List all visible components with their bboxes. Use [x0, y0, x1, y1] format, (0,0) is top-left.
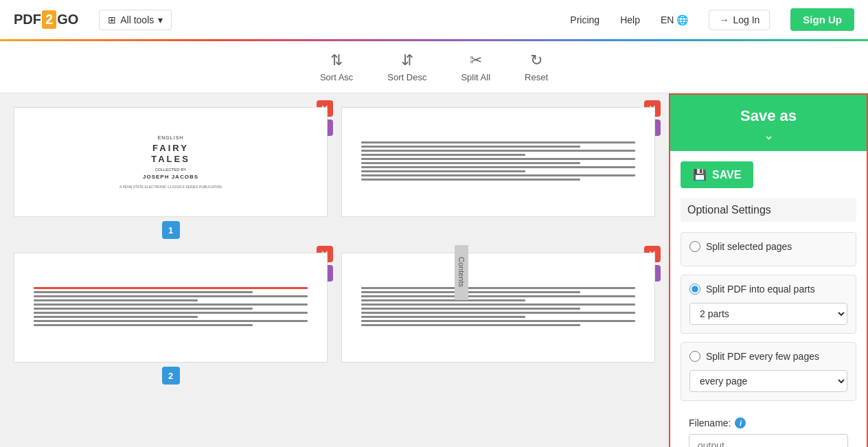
page-item-2: ✕ ✂	[341, 107, 655, 239]
save-button[interactable]: 💾 SAVE	[681, 161, 753, 188]
all-tools-button[interactable]: ⊞ All tools ▾	[99, 10, 172, 30]
reset-button[interactable]: ↻ Reset	[525, 51, 548, 82]
filename-input[interactable]	[689, 434, 848, 447]
header: PDF 2 GO ⊞ All tools ▾ Pricing Help EN 🌐…	[0, 0, 868, 41]
sort-desc-button[interactable]: ⇵ Sort Desc	[387, 51, 426, 82]
save-button-label: SAVE	[712, 169, 741, 181]
page-item-1: ✕ ✂ ENGLISH FAIRYTALES COLLECTED BY JOSE…	[14, 107, 328, 239]
signup-button[interactable]: Sign Up	[790, 8, 854, 31]
page-item-3: ✕ ✂	[14, 253, 328, 385]
option2-radio[interactable]	[689, 284, 700, 295]
login-label: Log In	[733, 14, 760, 25]
filename-text: Filename:	[689, 417, 731, 428]
option-equal-parts: Split PDF into equal parts 2 parts 3 par…	[681, 275, 856, 334]
page-thumb-1: ENGLISH FAIRYTALES COLLECTED BY JOSEPH J…	[14, 107, 328, 217]
scissors-icon: ✂	[470, 51, 482, 69]
language-selector[interactable]: EN 🌐	[661, 14, 688, 25]
save-as-header[interactable]: Save as ⌄	[670, 95, 867, 151]
page-number-1: 1	[162, 221, 180, 239]
chevron-down-icon: ▾	[158, 14, 163, 25]
logo-pdf-text: PDF	[14, 12, 41, 27]
split-all-button[interactable]: ✂ Split All	[461, 51, 490, 82]
page-thumb-4	[341, 253, 655, 363]
option-every-few-pages: Split PDF every few pages every page eve…	[681, 342, 856, 401]
option1-label: Split selected pages	[706, 241, 792, 252]
page-2-content	[358, 138, 639, 186]
equal-parts-select[interactable]: 2 parts 3 parts 4 parts 5 parts	[689, 303, 847, 325]
sort-desc-icon: ⇵	[401, 51, 413, 69]
optional-settings-title: Optional Settings	[681, 198, 856, 222]
every-pages-select[interactable]: every page every 2 pages every 3 pages e…	[689, 370, 847, 392]
pricing-link[interactable]: Pricing	[570, 14, 599, 25]
filename-section: Filename: i	[681, 409, 856, 447]
page-item-4: ✕ ✂	[341, 253, 655, 385]
right-sidebar: Save as ⌄ 💾 SAVE Optional Settings Split…	[669, 93, 868, 447]
signup-label: Sign Up	[803, 14, 842, 25]
option3-radio[interactable]	[689, 351, 700, 362]
logo-2-badge: 2	[42, 10, 56, 29]
save-as-chevron: ⌄	[684, 128, 853, 143]
page-number-3: 2	[162, 367, 180, 385]
page-thumb-3	[14, 253, 328, 363]
globe-icon: 🌐	[676, 14, 688, 25]
contents-tab-label: Contents	[457, 257, 466, 287]
save-disk-icon: 💾	[693, 168, 707, 181]
sidebar-body: 💾 SAVE Optional Settings Split selected …	[670, 151, 867, 447]
page-thumb-2	[341, 107, 655, 217]
info-icon: i	[735, 417, 746, 428]
login-icon: →	[719, 14, 729, 25]
logo-go-text: GO	[57, 12, 78, 27]
reset-icon: ↻	[530, 51, 542, 69]
lang-label: EN	[661, 14, 674, 25]
pages-row-2: ✕ ✂	[14, 253, 655, 385]
main-container: ✕ ✂ ENGLISH FAIRYTALES COLLECTED BY JOSE…	[0, 93, 868, 447]
option2-row: Split PDF into equal parts	[689, 284, 847, 295]
filename-label: Filename: i	[689, 417, 848, 428]
page-4-content	[358, 284, 639, 332]
all-tools-label: All tools	[120, 14, 154, 25]
sort-asc-icon: ⇅	[330, 51, 343, 69]
book-title: ENGLISH FAIRYTALES COLLECTED BY JOSEPH J…	[119, 135, 222, 189]
help-link[interactable]: Help	[620, 14, 640, 25]
page-3-content	[30, 284, 312, 332]
save-as-title: Save as	[684, 107, 853, 125]
contents-tab[interactable]: Contents	[455, 245, 468, 300]
sort-asc-button[interactable]: ⇅ Sort Asc	[320, 51, 353, 82]
option3-label: Split PDF every few pages	[706, 351, 819, 362]
toolbar: ⇅ Sort Asc ⇵ Sort Desc ✂ Split All ↻ Res…	[0, 41, 868, 93]
pages-row-1: ✕ ✂ ENGLISH FAIRYTALES COLLECTED BY JOSE…	[14, 107, 655, 239]
sort-asc-label: Sort Asc	[320, 72, 353, 82]
option3-row: Split PDF every few pages	[689, 351, 847, 362]
login-button[interactable]: → Log In	[709, 10, 770, 30]
option2-label: Split PDF into equal parts	[706, 284, 815, 295]
logo: PDF 2 GO	[14, 10, 78, 29]
content-area: ✕ ✂ ENGLISH FAIRYTALES COLLECTED BY JOSE…	[0, 93, 669, 447]
split-all-label: Split All	[461, 72, 490, 82]
option-split-selected: Split selected pages	[681, 232, 856, 266]
grid-icon: ⊞	[108, 14, 116, 25]
reset-label: Reset	[525, 72, 548, 82]
header-nav: Pricing Help EN 🌐 → Log In Sign Up	[570, 8, 854, 31]
cover-content: ENGLISH FAIRYTALES COLLECTED BY JOSEPH J…	[14, 108, 327, 216]
option1-radio[interactable]	[689, 241, 700, 252]
option1-row: Split selected pages	[689, 241, 847, 252]
sort-desc-label: Sort Desc	[387, 72, 426, 82]
